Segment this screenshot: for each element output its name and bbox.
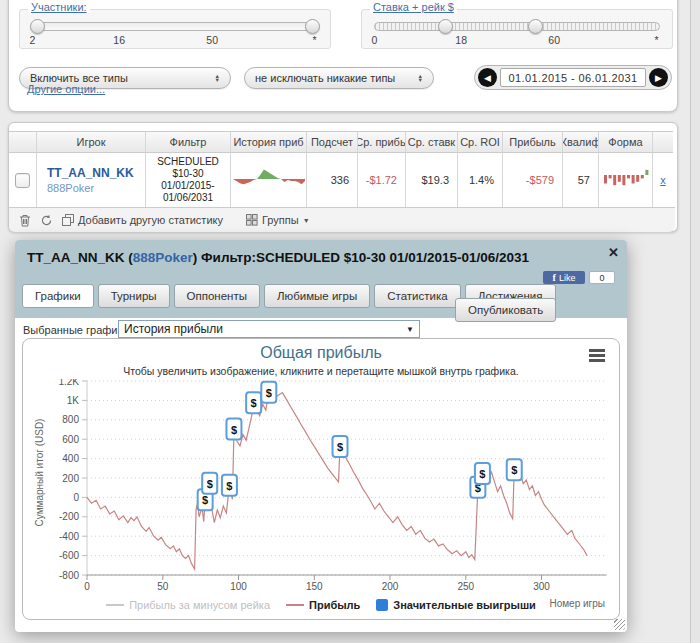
form-cell — [599, 153, 653, 207]
tab-любимые-игры[interactable]: Любимые игры — [264, 284, 370, 308]
popup-title-player: TT_AA_NN_KK ( — [27, 250, 133, 265]
significant-win-marker[interactable]: $ — [202, 473, 217, 494]
groups-button[interactable]: Группы ▼ — [246, 214, 310, 226]
legend-item-disabled-series[interactable]: Прибыль за минусом рейка — [106, 599, 270, 611]
y-tick-label: 1K — [67, 395, 80, 406]
chart-x-axis-label: Номер игры — [549, 598, 605, 609]
svg-text:$: $ — [251, 397, 257, 409]
slider-tick-label: 50 — [206, 34, 218, 46]
column-header-История приб[interactable]: История приб — [231, 131, 307, 153]
y-tick-label: 800 — [62, 414, 79, 425]
slider-tick-label: * — [312, 34, 316, 46]
participants-link[interactable]: Участники: — [28, 1, 90, 13]
avg-roi-cell: 1.4% — [458, 153, 503, 207]
profit-chart-plot[interactable]: 1.2K1K8006004002000-200-400-600-80005010… — [23, 379, 621, 593]
chevron-down-icon: ▼ — [303, 217, 310, 224]
chart-menu-icon[interactable] — [589, 349, 605, 364]
player-site-link[interactable]: 888Poker — [47, 182, 94, 194]
facebook-like-label: Like — [559, 273, 576, 283]
svg-text:$: $ — [207, 478, 213, 490]
svg-text:$: $ — [266, 387, 272, 399]
popup-title-site[interactable]: 888Poker — [133, 250, 193, 265]
column-header-blank — [9, 131, 37, 153]
svg-text:$: $ — [231, 424, 237, 436]
stake-slider-track[interactable] — [374, 22, 660, 31]
participants-slider-handle-max[interactable] — [305, 19, 320, 34]
column-header-Прибыль[interactable]: Прибыль — [503, 131, 563, 153]
date-range-input[interactable] — [500, 68, 646, 87]
right-arrow-icon: ▶ — [655, 73, 662, 83]
stake-slider-box: Ставка + рейк $ 01860* — [361, 9, 673, 49]
row-checkbox[interactable] — [15, 173, 30, 188]
participants-slider-handle-min[interactable] — [30, 19, 45, 34]
tab-статистика[interactable]: Статистика — [374, 284, 460, 308]
significant-win-marker[interactable]: $ — [507, 459, 522, 480]
row-checkbox-cell — [9, 153, 37, 207]
column-header-Форма[interactable]: Форма — [599, 131, 653, 153]
legend-line-swatch — [106, 604, 124, 606]
legend-square-swatch — [376, 599, 388, 611]
qualified-cell: 57 — [563, 153, 599, 207]
x-tick-label: 0 — [84, 581, 90, 592]
popup-close-button[interactable]: ✕ — [608, 245, 619, 260]
tab-оппоненты[interactable]: Оппоненты — [174, 284, 260, 308]
legend-item-significant-wins[interactable]: Значительные выигрыши — [376, 599, 536, 611]
column-header-Подсчет[interactable]: Подсчет — [307, 131, 358, 153]
popup-resize-handle[interactable] — [614, 619, 625, 630]
slider-tick-label: 0 — [371, 34, 377, 46]
tab-турниры[interactable]: Турниры — [98, 284, 170, 308]
tab-publish[interactable]: Опубликовать — [455, 298, 556, 322]
significant-win-marker[interactable]: $ — [333, 436, 348, 457]
date-range-control: ◀ ▶ — [474, 65, 672, 90]
slider-tick-label: 16 — [113, 34, 125, 46]
chart-legend: Прибыль за минусом рейкаПрибыльЗначитель… — [23, 599, 619, 611]
significant-win-marker[interactable]: $ — [246, 392, 261, 413]
profit-cell: -$579 — [503, 153, 563, 207]
stake-slider-handle-min[interactable] — [438, 19, 453, 34]
participants-slider-box: Участники: 21650* — [19, 9, 331, 49]
stake-link[interactable]: Ставка + рейк $ — [370, 1, 457, 13]
more-options-link[interactable]: Другие опции... — [27, 83, 105, 95]
significant-win-marker[interactable]: $ — [475, 463, 490, 484]
legend-line-swatch — [286, 604, 304, 606]
legend-item-profit[interactable]: Прибыль — [286, 599, 360, 611]
date-prev-button[interactable]: ◀ — [478, 68, 497, 87]
svg-text:$: $ — [511, 464, 517, 476]
x-tick-label: 200 — [382, 581, 399, 592]
refresh-icon[interactable] — [40, 214, 53, 227]
column-header-Фильтр[interactable]: Фильтр — [146, 131, 231, 153]
add-statistic-button[interactable]: Добавить другую статистику — [62, 214, 223, 226]
x-tick-label: 50 — [157, 581, 169, 592]
row-close-link[interactable]: x — [660, 174, 666, 186]
add-statistic-label: Добавить другую статистику — [78, 214, 223, 226]
stake-slider-handle-max[interactable] — [528, 19, 543, 34]
graph-select-dropdown[interactable]: История прибыли ▼ — [118, 320, 420, 338]
x-tick-label: 100 — [230, 581, 247, 592]
column-header-Ср. ROI[interactable]: Ср. ROI — [458, 131, 503, 153]
column-header-Ср. ставк[interactable]: Ср. ставк — [406, 131, 458, 153]
column-header-Ср. прибы[interactable]: Ср. прибы — [358, 131, 406, 153]
chart-title: Общая прибыль — [23, 344, 619, 362]
player-name-link[interactable]: TT_AA_NN_KK — [47, 166, 134, 180]
column-header-Игрок[interactable]: Игрок — [37, 131, 146, 153]
significant-win-marker[interactable]: $ — [261, 382, 276, 403]
column-header-Квалиф[interactable]: Квалиф — [563, 131, 599, 153]
y-tick-label: 600 — [62, 434, 79, 445]
close-icon: ✕ — [608, 245, 619, 260]
tab-графики[interactable]: Графики — [22, 284, 94, 308]
filter-text: SCHEDULED$10-3001/01/2015-01/06/2031 — [157, 156, 219, 204]
date-next-button[interactable]: ▶ — [649, 68, 668, 87]
x-tick-label: 250 — [457, 581, 474, 592]
y-tick-label: -200 — [59, 511, 79, 522]
facebook-like-button[interactable]: fLike — [543, 271, 585, 284]
filter-line: 01/06/2031 — [157, 192, 219, 204]
y-tick-label: -600 — [59, 550, 79, 561]
row-close-cell: x — [653, 153, 673, 207]
exclude-types-dropdown[interactable]: не исключать никакие типы ▲▼ — [244, 67, 434, 89]
significant-win-marker[interactable]: $ — [226, 419, 241, 440]
profit-history-cell — [231, 153, 307, 207]
y-tick-label: 0 — [73, 492, 79, 503]
trash-icon[interactable] — [19, 214, 31, 227]
significant-win-marker[interactable]: $ — [222, 475, 237, 496]
participants-slider-track[interactable] — [32, 22, 318, 31]
